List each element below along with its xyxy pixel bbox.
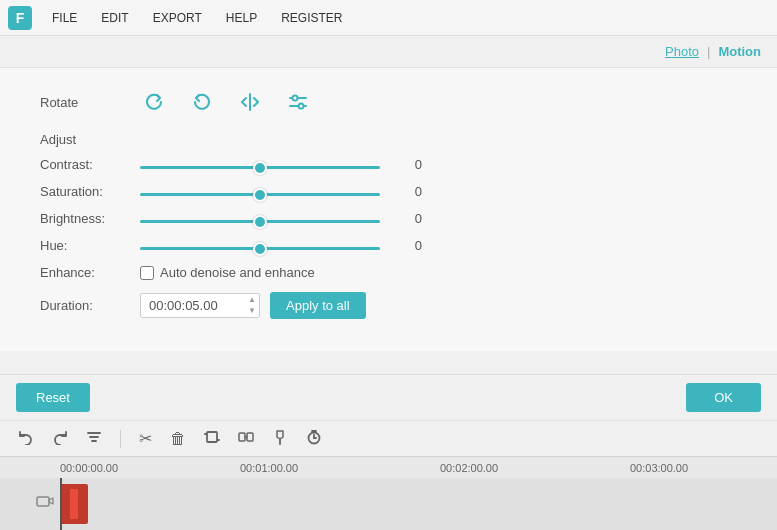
adjust-section-label: Adjust — [40, 132, 737, 147]
rotate-label: Rotate — [40, 95, 140, 110]
clip-inner — [70, 489, 78, 519]
flip-horizontal-button[interactable] — [236, 88, 264, 116]
enhance-checkbox-label: Auto denoise and enhance — [160, 265, 315, 280]
timeline-track — [0, 478, 777, 530]
timeline-toolbar: ✂ 🗑 — [0, 420, 777, 456]
brightness-slider[interactable] — [140, 220, 380, 223]
top-tabs: Photo | Motion — [0, 36, 777, 68]
brightness-row: Brightness: 0 — [40, 211, 737, 226]
timeline-ruler: 00:00:00.00 00:01:00.00 00:02:00.00 00:0… — [0, 456, 777, 478]
contrast-label: Contrast: — [40, 157, 140, 172]
svg-rect-11 — [239, 433, 245, 441]
saturation-row: Saturation: 0 — [40, 184, 737, 199]
ruler-time-1: 00:01:00.00 — [240, 462, 298, 474]
duration-row: Duration: ▲ ▼ Apply to all — [40, 292, 737, 319]
rotate-ccw-button[interactable] — [188, 88, 216, 116]
menu-bar: F FILE EDIT EXPORT HELP REGISTER — [0, 0, 777, 36]
svg-rect-12 — [247, 433, 253, 441]
svg-point-4 — [299, 104, 304, 109]
content-area: Photo | Motion Rotate — [0, 36, 777, 374]
brightness-label: Brightness: — [40, 211, 140, 226]
delete-button[interactable]: 🗑 — [168, 428, 188, 450]
duration-down-arrow[interactable]: ▼ — [246, 306, 258, 316]
menu-file[interactable]: FILE — [48, 7, 81, 29]
hue-label: Hue: — [40, 238, 140, 253]
tab-motion[interactable]: Motion — [718, 44, 761, 59]
timer-button[interactable] — [304, 427, 324, 451]
ruler-time-2: 00:02:00.00 — [440, 462, 498, 474]
ok-button[interactable]: OK — [686, 383, 761, 412]
hue-row: Hue: 0 — [40, 238, 737, 253]
saturation-slider[interactable] — [140, 193, 380, 196]
enhance-label: Enhance: — [40, 265, 140, 280]
app-logo: F — [8, 6, 32, 30]
contrast-row: Contrast: 0 — [40, 157, 737, 172]
brightness-value: 0 — [392, 211, 422, 226]
main-panel: Rotate — [0, 68, 777, 351]
pin-button[interactable] — [270, 427, 290, 451]
rotate-row: Rotate — [40, 88, 737, 116]
enhance-check-group: Auto denoise and enhance — [140, 265, 315, 280]
tab-separator: | — [707, 44, 710, 59]
duration-input[interactable] — [140, 293, 260, 318]
svg-rect-19 — [37, 497, 49, 506]
undo-button[interactable] — [16, 427, 36, 451]
saturation-value: 0 — [392, 184, 422, 199]
duration-input-wrapper: ▲ ▼ — [140, 293, 260, 318]
duration-label: Duration: — [40, 298, 140, 313]
saturation-label: Saturation: — [40, 184, 140, 199]
apply-to-all-button[interactable]: Apply to all — [270, 292, 366, 319]
bottom-bar: Reset OK — [0, 374, 777, 420]
tab-photo[interactable]: Photo — [665, 44, 699, 59]
hue-slider[interactable] — [140, 247, 380, 250]
transition-button[interactable] — [236, 427, 256, 451]
contrast-slider[interactable] — [140, 166, 380, 169]
timeline-clip[interactable] — [60, 484, 88, 524]
app-window: F FILE EDIT EXPORT HELP REGISTER Photo |… — [0, 0, 777, 530]
ruler-time-0: 00:00:00.00 — [60, 462, 118, 474]
rotate-icons — [140, 88, 312, 116]
svg-rect-8 — [207, 432, 217, 442]
ruler-time-3: 00:03:00.00 — [630, 462, 688, 474]
redo-button[interactable] — [50, 427, 70, 451]
menu-edit[interactable]: EDIT — [97, 7, 132, 29]
svg-point-3 — [293, 96, 298, 101]
contrast-value: 0 — [392, 157, 422, 172]
menu-export[interactable]: EXPORT — [149, 7, 206, 29]
saturation-slider-container — [140, 184, 380, 199]
camera-icon — [36, 494, 54, 511]
adjust-icon-button[interactable] — [284, 88, 312, 116]
cut-button[interactable]: ✂ — [137, 427, 154, 450]
enhance-row: Enhance: Auto denoise and enhance — [40, 265, 737, 280]
hue-value: 0 — [392, 238, 422, 253]
crop-button[interactable] — [202, 427, 222, 451]
filter-button[interactable] — [84, 427, 104, 451]
enhance-checkbox[interactable] — [140, 266, 154, 280]
toolbar-divider-1 — [120, 430, 121, 448]
hue-slider-container — [140, 238, 380, 253]
brightness-slider-container — [140, 211, 380, 226]
playhead — [60, 478, 62, 530]
rotate-cw-button[interactable] — [140, 88, 168, 116]
menu-help[interactable]: HELP — [222, 7, 261, 29]
duration-arrows: ▲ ▼ — [246, 293, 258, 318]
contrast-slider-container — [140, 157, 380, 172]
menu-register[interactable]: REGISTER — [277, 7, 346, 29]
reset-button[interactable]: Reset — [16, 383, 90, 412]
duration-up-arrow[interactable]: ▲ — [246, 295, 258, 305]
